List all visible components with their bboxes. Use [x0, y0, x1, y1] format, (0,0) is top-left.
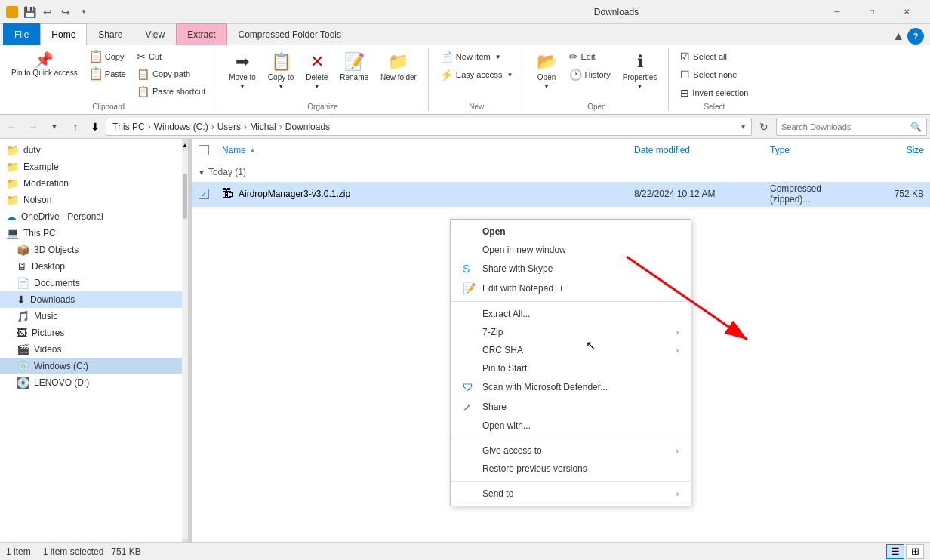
sidebar-scrollbar: ▲ ▼	[182, 139, 188, 551]
pin-to-quick-access-button[interactable]: 📌 Pin to Quick access	[6, 48, 83, 82]
sidebar-scroll-thumb[interactable]	[183, 174, 187, 219]
tab-home[interactable]: Home	[40, 23, 87, 45]
qat-save-button[interactable]: 💾	[21, 4, 38, 20]
ctx-item-pin-start[interactable]: Pin to Start	[451, 359, 691, 377]
column-header-size[interactable]: Size	[870, 142, 930, 158]
easy-access-button[interactable]: ⚡ Easy access ▼	[435, 66, 519, 83]
header-checkbox[interactable]	[199, 145, 209, 155]
sidebar-scroll-up[interactable]: ▲	[182, 139, 188, 151]
breadcrumb-drive[interactable]: Windows (C:)	[154, 122, 208, 132]
sidebar-item-videos[interactable]: 🎬 Videos	[0, 341, 188, 358]
select-all-button[interactable]: ☑ Select all	[675, 48, 753, 65]
tab-extract[interactable]: Extract	[176, 23, 226, 45]
sidebar-item-example[interactable]: 📁 Example	[0, 158, 188, 175]
ctx-item-crc-sha[interactable]: CRC SHA ›	[451, 341, 691, 359]
ctx-item-share-skype[interactable]: S Share with Skype	[451, 259, 691, 278]
new-folder-button[interactable]: 📁 New folder	[375, 48, 422, 85]
copy-paste-group: 📋 Copy 📋 Paste	[85, 48, 130, 82]
ctx-item-share[interactable]: ↗ Share	[451, 397, 691, 417]
qat-redo-button[interactable]: ↪	[57, 4, 74, 20]
ctx-crc-arrow: ›	[676, 346, 679, 355]
breadcrumb-this-pc[interactable]: This PC	[112, 122, 145, 132]
file-checkbox[interactable]	[199, 189, 209, 199]
close-button[interactable]: ✕	[889, 0, 924, 24]
cut-button[interactable]: ✂ Cut	[131, 48, 211, 65]
copy-button[interactable]: 📋 Copy	[85, 48, 130, 65]
up-button[interactable]: ↑	[66, 118, 85, 136]
sidebar-item-nolson[interactable]: 📁 Nolson	[0, 192, 188, 208]
sidebar-item-pictures[interactable]: 🖼 Pictures	[0, 325, 188, 341]
ctx-item-7zip[interactable]: 7-Zip ›	[451, 323, 691, 341]
paste-shortcut-icon: 📋	[137, 85, 149, 97]
paste-shortcut-button[interactable]: 📋 Paste shortcut	[131, 83, 211, 100]
forward-button[interactable]: →	[24, 118, 42, 136]
copy-to-icon: 📋	[271, 52, 291, 72]
column-header-date[interactable]: Date modified	[628, 142, 764, 158]
breadcrumb-downloads[interactable]: Downloads	[285, 122, 330, 132]
sidebar-item-music[interactable]: 🎵 Music	[0, 308, 188, 325]
ctx-separator-3	[451, 481, 691, 482]
refresh-button[interactable]: ↻	[755, 118, 773, 136]
copy-path-button[interactable]: 📋 Copy path	[131, 66, 211, 82]
sidebar-item-documents[interactable]: 📄 Documents	[0, 275, 188, 291]
history-button[interactable]: 🕐 History	[564, 66, 616, 83]
minimize-button[interactable]: ─	[820, 0, 855, 24]
sidebar-item-windows-c[interactable]: 💿 Windows (C:)	[0, 358, 188, 374]
sidebar-item-duty[interactable]: 📁 duty	[0, 142, 188, 158]
back-button[interactable]: ←	[3, 118, 21, 136]
recent-locations-button[interactable]: ▼	[45, 118, 63, 136]
sidebar-item-desktop[interactable]: 🖥 Desktop	[0, 258, 188, 275]
sidebar-item-nolson-label: Nolson	[23, 195, 51, 205]
ctx-item-give-access[interactable]: Give access to ›	[451, 442, 691, 460]
breadcrumb-users[interactable]: Users	[217, 122, 241, 132]
ctx-item-restore-versions[interactable]: Restore previous versions	[451, 460, 691, 478]
ribbon-group-open: 📂 Open ▼ ✏ Edit 🕐 History ℹ Properties ▼	[525, 48, 670, 111]
table-row[interactable]: 🗜 AirdropManager3-v3.0.1.zip 8/22/2024 1…	[192, 182, 930, 207]
properties-button[interactable]: ℹ Properties ▼	[617, 48, 663, 94]
sidebar-item-3dobjects[interactable]: 📦 3D Objects	[0, 242, 188, 258]
open-button[interactable]: 📂 Open ▼	[531, 48, 562, 94]
search-box[interactable]: 🔍	[776, 118, 927, 136]
move-to-button[interactable]: ➡ Move to ▼	[223, 48, 261, 94]
ribbon-collapse-button[interactable]: ▲	[892, 29, 904, 43]
tab-view[interactable]: View	[134, 23, 176, 45]
maximize-button[interactable]: □	[855, 0, 889, 24]
ctx-item-edit-notepad[interactable]: 📝 Edit with Notepad++	[451, 278, 691, 298]
history-icon: 🕐	[569, 69, 582, 81]
column-header-type[interactable]: Type	[764, 142, 870, 158]
sidebar-item-downloads[interactable]: ⬇ Downloads	[0, 291, 188, 308]
details-view-button[interactable]: ☰	[886, 544, 904, 559]
sidebar-item-moderation[interactable]: 📁 Moderation	[0, 175, 188, 192]
tab-share[interactable]: Share	[87, 23, 134, 45]
ctx-item-open-new-window[interactable]: Open in new window	[451, 241, 691, 259]
sidebar-item-onedrive[interactable]: ☁ OneDrive - Personal	[0, 208, 188, 225]
breadcrumb-user[interactable]: Michal	[250, 122, 276, 132]
search-input[interactable]	[781, 122, 907, 131]
ctx-item-open[interactable]: Open	[451, 223, 691, 241]
downloads-folder-icon: ⬇	[88, 119, 103, 134]
select-none-button[interactable]: ☐ Select none	[675, 66, 753, 83]
sidebar-item-lenovo-d[interactable]: 💽 LENOVO (D:)	[0, 374, 188, 391]
invert-selection-button[interactable]: ⊟ Invert selection	[675, 85, 753, 101]
sidebar-item-thispc[interactable]: 💻 This PC	[0, 225, 188, 242]
ctx-item-extract-all[interactable]: Extract All...	[451, 305, 691, 323]
new-item-button[interactable]: 📄 New item ▼	[435, 48, 519, 65]
qat-dropdown-button[interactable]: ▼	[75, 4, 92, 20]
ctx-item-send-to[interactable]: Send to ›	[451, 485, 691, 503]
copy-to-button[interactable]: 📋 Copy to ▼	[263, 48, 299, 94]
qat-undo-button[interactable]: ↩	[39, 4, 56, 20]
paste-button[interactable]: 📋 Paste	[85, 66, 130, 82]
ctx-item-defender[interactable]: 🛡 Scan with Microsoft Defender...	[451, 377, 691, 397]
edit-button[interactable]: ✏ Edit	[564, 48, 616, 65]
rename-button[interactable]: 📝 Rename	[334, 48, 374, 85]
ctx-item-open-with[interactable]: Open with...	[451, 417, 691, 435]
group-collapse-icon[interactable]: ▼	[198, 168, 205, 177]
new-folder-icon: 📁	[388, 52, 408, 72]
large-icons-view-button[interactable]: ⊞	[906, 544, 924, 559]
tab-compressed-folder-tools[interactable]: Compressed Folder Tools	[227, 23, 353, 45]
tab-file[interactable]: File	[3, 23, 40, 45]
help-button[interactable]: ?	[907, 28, 924, 45]
column-header-name[interactable]: Name ▲	[216, 142, 628, 158]
breadcrumb[interactable]: This PC › Windows (C:) › Users › Michal …	[106, 118, 752, 136]
delete-button[interactable]: ✕ Delete ▼	[300, 48, 333, 94]
